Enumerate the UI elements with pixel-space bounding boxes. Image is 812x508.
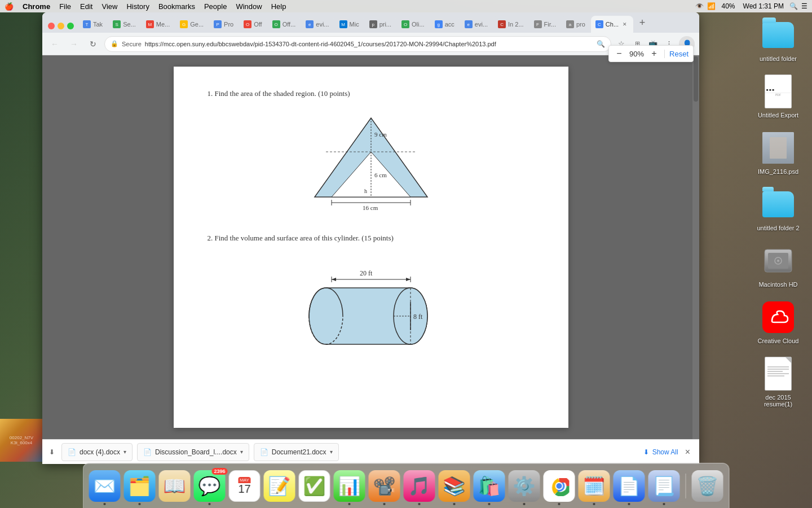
desktop-icon-macintosh-hd[interactable]: Macintosh HD [756, 243, 801, 288]
desktop-icons: untitled folder ■ ■ ■ PDF Untitled Expor… [756, 17, 801, 408]
left-thumb-1: 00202_N7VK3t_600x4 [0, 419, 43, 462]
dock-chrome[interactable] [544, 470, 575, 502]
menubar-help[interactable]: Help [267, 2, 291, 11]
desktop-icon-untitled-export[interactable]: ■ ■ ■ PDF Untitled Export [756, 73, 801, 119]
minimize-window-button[interactable] [58, 23, 64, 29]
download-item-1[interactable]: 📄 docx (4).docx ▾ [61, 443, 133, 461]
download-item-2[interactable]: 📄 Discussion_Board_l....docx ▾ [137, 443, 249, 461]
dock-appstore[interactable]: 🛍️ [474, 470, 505, 502]
dock-word[interactable]: 📄 [614, 470, 645, 502]
dock-books[interactable]: 📚 [439, 470, 470, 502]
tab-pro2[interactable]: a pro [562, 16, 590, 33]
maximize-window-button[interactable] [67, 23, 74, 29]
zoom-reset-button[interactable]: Reset [664, 50, 689, 58]
tab-bar: T Tak S Se... M Me... G Ge... P Pro O Of… [42, 12, 699, 33]
tab-oli[interactable]: O Oli... [397, 16, 429, 33]
zoom-out-button[interactable]: − [614, 48, 625, 59]
tab-ch-active[interactable]: C Ch... ✕ [591, 16, 633, 33]
dock-contacts[interactable]: 📖 [159, 470, 191, 502]
books-icon: 📚 [443, 475, 466, 497]
protocol-label: Secure [122, 41, 142, 47]
tab-fir[interactable]: F Fir... [529, 16, 561, 33]
finder-icon: 🗂️ [129, 475, 151, 497]
calendar2-running-dot [593, 503, 595, 505]
menubar-history[interactable]: History [122, 2, 153, 11]
menubar-people[interactable]: People [200, 2, 231, 11]
desktop-icon-untitled-folder-2[interactable]: untitled folder 2 [756, 186, 801, 231]
svg-text:20 ft: 20 ft [360, 269, 373, 277]
dock-sysprefs[interactable]: ⚙️ [509, 470, 540, 502]
back-button[interactable]: ← [47, 36, 63, 52]
tab-close-button[interactable]: ✕ [621, 20, 629, 28]
menubar-wifi-icon[interactable]: 📶 [707, 2, 716, 10]
tab-se[interactable]: S Se... [108, 16, 140, 33]
tab-mic[interactable]: M Mic [335, 16, 364, 33]
desktop-icon-dec-resume-label: dec 2015 resume(1) [756, 394, 801, 408]
menubar: 🍎 Chrome File Edit View History Bookmark… [0, 0, 812, 12]
tab-off2[interactable]: O Off... [268, 16, 301, 33]
dock-doc2[interactable]: 📃 [648, 470, 680, 502]
calendar-icon: MAY 17 [238, 477, 250, 494]
numbers-icon: 📊 [338, 475, 361, 497]
new-tab-button[interactable]: + [634, 15, 650, 30]
dock-trash[interactable]: 🗑️ [692, 470, 723, 502]
tab-pri[interactable]: p pri... [365, 16, 396, 33]
desktop-icon-creative-cloud[interactable]: Creative Cloud [756, 299, 801, 344]
download-chevron-1[interactable]: ▾ [123, 449, 126, 455]
dock-calendar[interactable]: MAY 17 [229, 470, 261, 502]
tab-acc[interactable]: g acc [430, 16, 459, 33]
zoom-in-button[interactable]: + [648, 48, 660, 59]
lock-icon: 🔒 [111, 40, 118, 47]
tab-pro[interactable]: P Pro [209, 16, 238, 33]
menubar-search-icon[interactable]: 🔍 [789, 2, 798, 10]
dock-messages[interactable]: 💬 2396 [194, 470, 226, 502]
url-text[interactable]: https://mcc.open.suny.edu/bbcswebdav/pid… [145, 41, 593, 47]
tab-tak[interactable]: T Tak [78, 16, 107, 33]
tab-evi2[interactable]: e evi... [460, 16, 492, 33]
vertical-scrollbar[interactable] [692, 55, 699, 439]
sysprefs-icon: ⚙️ [513, 475, 536, 497]
dock-numbers[interactable]: 📊 [334, 470, 365, 502]
numbers-running-dot [348, 503, 351, 505]
dock-keynote[interactable]: 📽️ [369, 470, 400, 502]
menubar-edit[interactable]: Edit [76, 2, 97, 11]
apple-menu[interactable]: 🍎 [0, 2, 18, 11]
calendar2-icon: 🗓️ [583, 475, 606, 497]
finder-running-dot [139, 503, 141, 505]
download-doc-icon-3: 📄 [260, 448, 268, 456]
dock-notes[interactable]: 📝 [264, 470, 295, 502]
dock-finder[interactable]: 🗂️ [124, 470, 156, 502]
menubar-bookmarks[interactable]: Bookmarks [154, 2, 200, 11]
tab-ge[interactable]: G Ge... [175, 16, 208, 33]
download-chevron-2[interactable]: ▾ [240, 449, 243, 455]
close-window-button[interactable] [48, 23, 55, 29]
show-all-button[interactable]: ⬇ Show All [643, 448, 678, 456]
download-chevron-3[interactable]: ▾ [330, 449, 333, 455]
desktop-icon-dec-resume[interactable]: dec 2015 resume(1) [756, 356, 801, 408]
tab-me[interactable]: M Me... [142, 16, 174, 33]
download-item-3[interactable]: 📄 Document21.docx ▾ [254, 443, 339, 461]
address-bar[interactable]: 🔒 Secure https://mcc.open.suny.edu/bbcsw… [104, 36, 611, 52]
reload-button[interactable]: ↻ [85, 36, 101, 52]
menubar-file[interactable]: File [55, 2, 76, 11]
dock-itunes[interactable]: 🎵 [404, 470, 435, 502]
dock-mail[interactable]: ✉️ [89, 470, 121, 502]
search-icon[interactable]: 🔍 [597, 40, 605, 48]
close-downloads-button[interactable]: × [683, 445, 692, 459]
tab-off[interactable]: O Off [239, 16, 266, 33]
folder-icon-2 [760, 186, 796, 222]
menubar-view[interactable]: View [97, 2, 122, 11]
menubar-list-icon[interactable]: ☰ [801, 2, 807, 10]
creative-cloud-icon [760, 299, 796, 335]
forward-button[interactable]: → [66, 36, 82, 52]
scrollbar-thumb[interactable] [694, 56, 698, 102]
menubar-window[interactable]: Window [231, 2, 266, 11]
desktop-icon-img2116[interactable]: IMG_2116.psd [756, 130, 801, 175]
menubar-chrome[interactable]: Chrome [18, 2, 55, 11]
tab-evi[interactable]: e evi... [301, 16, 333, 33]
desktop-icon-untitled-folder[interactable]: untitled folder [756, 17, 801, 62]
tab-in2[interactable]: C In 2... [493, 16, 528, 33]
dock-calendar2[interactable]: 🗓️ [579, 470, 610, 502]
dock-reminders[interactable]: ✅ [299, 470, 330, 502]
download-arrow-icon: ⬇ [49, 448, 55, 456]
